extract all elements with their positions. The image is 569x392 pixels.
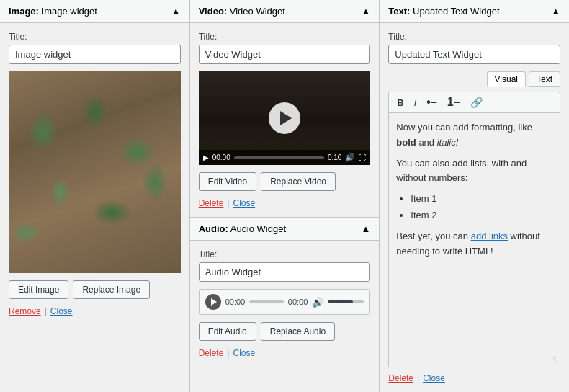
edit-video-button[interactable]: Edit Video xyxy=(199,172,257,191)
audio-close-link[interactable]: Close xyxy=(233,348,255,358)
text-title-input[interactable] xyxy=(388,45,560,64)
editor-list: Item 1 Item 2 xyxy=(411,192,552,223)
image-widget-toggle-icon[interactable]: ▲ xyxy=(171,6,181,17)
video-action-buttons: Edit Video Replace Video xyxy=(199,172,371,191)
video-volume-icon[interactable]: 🔊 xyxy=(345,153,355,162)
audio-action-buttons: Edit Audio Replace Audio xyxy=(199,322,371,341)
replace-audio-button[interactable]: Replace Audio xyxy=(261,322,335,341)
audio-link-separator: | xyxy=(227,348,229,358)
video-widget-header: Video: Video Widget ▲ xyxy=(190,0,380,23)
image-widget-header: Image: Image widget ▲ xyxy=(0,0,189,23)
image-link-separator: | xyxy=(45,306,47,316)
play-icon xyxy=(280,111,292,125)
audio-current-time: 00:00 xyxy=(225,298,246,306)
audio-title-label: Title: xyxy=(199,249,371,259)
audio-links: Delete | Close xyxy=(199,348,371,358)
text-delete-link[interactable]: Delete xyxy=(388,373,413,383)
text-editor-area[interactable]: Now you can add formatting, like bold an… xyxy=(388,112,560,368)
format-toolbar: B I •– 1– 🔗 xyxy=(388,92,560,112)
unordered-list-button[interactable]: •– xyxy=(424,96,439,109)
audio-volume-bar[interactable] xyxy=(328,300,364,303)
video-title-input[interactable] xyxy=(199,45,371,64)
audio-title-input[interactable] xyxy=(199,262,371,282)
video-controls-bar: ▶ 00:00 0:10 🔊 ⛶ xyxy=(199,150,371,165)
audio-player: 00:00 00:00 🔊 xyxy=(199,289,371,315)
video-link-separator: | xyxy=(227,198,229,208)
audio-widget-header: Audio: Audio Widget ▲ xyxy=(190,218,380,241)
list-item-1: Item 1 xyxy=(411,192,552,207)
video-widget-body: Title: ▶ 00:00 0:10 🔊 ⛶ xyxy=(190,23,380,217)
edit-image-button[interactable]: Edit Image xyxy=(9,280,68,299)
editor-paragraph-3: Best yet, you can add links without need… xyxy=(396,229,552,259)
replace-image-button[interactable]: Replace Image xyxy=(73,280,150,299)
text-widget-title: Text: Updated Text Widget xyxy=(388,6,499,17)
text-close-link[interactable]: Close xyxy=(423,373,445,383)
video-widget-toggle-icon[interactable]: ▲ xyxy=(361,6,370,17)
text-title-label: Title: xyxy=(388,32,560,42)
text-widget-toggle-icon[interactable]: ▲ xyxy=(551,6,560,17)
tab-visual[interactable]: Visual xyxy=(487,71,526,87)
audio-total-time: 00:00 xyxy=(288,298,308,306)
audio-widget-body: Title: 00:00 00:00 🔊 Edit Audio xyxy=(190,241,380,392)
video-current-time: 00:00 xyxy=(212,153,230,161)
audio-widget-title: Audio: Audio Widget xyxy=(199,223,286,234)
image-title-input[interactable] xyxy=(9,45,181,64)
image-links: Remove | Close xyxy=(9,306,181,316)
text-widget-header: Text: Updated Text Widget ▲ xyxy=(380,0,569,23)
video-progress-bar[interactable] xyxy=(234,156,324,159)
replace-video-button[interactable]: Replace Video xyxy=(261,172,336,191)
audio-delete-link[interactable]: Delete xyxy=(199,348,224,358)
video-links: Delete | Close xyxy=(199,198,371,208)
image-preview xyxy=(9,71,181,273)
resize-handle-icon[interactable]: ⤡ xyxy=(552,354,558,365)
audio-play-icon xyxy=(211,298,217,306)
audio-volume-fill xyxy=(328,300,353,303)
editor-tab-bar: Visual Text xyxy=(388,71,560,87)
video-play-button[interactable] xyxy=(269,102,300,134)
video-preview: ▶ 00:00 0:10 🔊 ⛶ xyxy=(199,71,371,165)
video-total-time: 0:10 xyxy=(328,153,341,161)
image-title-label: Title: xyxy=(9,32,181,42)
image-widget-body: Title: Edit Image Replace Image Remove |… xyxy=(0,23,189,392)
text-links: Delete | Close xyxy=(388,373,560,383)
text-link-separator: | xyxy=(417,373,419,383)
editor-paragraph-1: Now you can add formatting, like bold an… xyxy=(396,120,552,151)
ordered-list-button[interactable]: 1– xyxy=(445,96,462,109)
image-action-buttons: Edit Image Replace Image xyxy=(9,280,181,299)
audio-widget-toggle-icon[interactable]: ▲ xyxy=(361,223,370,234)
video-fullscreen-icon[interactable]: ⛶ xyxy=(359,153,366,161)
video-play-pause-button[interactable]: ▶ xyxy=(203,153,209,161)
video-close-link[interactable]: Close xyxy=(233,198,255,208)
link-button[interactable]: 🔗 xyxy=(468,96,485,109)
tab-text[interactable]: Text xyxy=(529,71,560,87)
audio-progress-bar[interactable] xyxy=(249,300,284,303)
list-item-2: Item 2 xyxy=(411,208,552,223)
audio-play-button[interactable] xyxy=(205,294,221,310)
video-delete-link[interactable]: Delete xyxy=(199,198,224,208)
video-title-label: Title: xyxy=(199,32,371,42)
image-close-link[interactable]: Close xyxy=(50,306,73,316)
text-widget-body: Title: Visual Text B I •– 1– 🔗 Now you c… xyxy=(380,23,569,392)
italic-button[interactable]: I xyxy=(412,97,419,109)
audio-volume-icon[interactable]: 🔊 xyxy=(312,297,323,308)
image-remove-link[interactable]: Remove xyxy=(9,306,41,316)
editor-paragraph-2: You can also add lists, with and without… xyxy=(396,156,552,187)
video-widget-title: Video: Video Widget xyxy=(199,6,285,17)
edit-audio-button[interactable]: Edit Audio xyxy=(199,322,256,341)
add-links-link[interactable]: add links xyxy=(471,231,508,241)
image-widget-title: Image: Image widget xyxy=(9,6,97,17)
bold-button[interactable]: B xyxy=(395,97,406,109)
